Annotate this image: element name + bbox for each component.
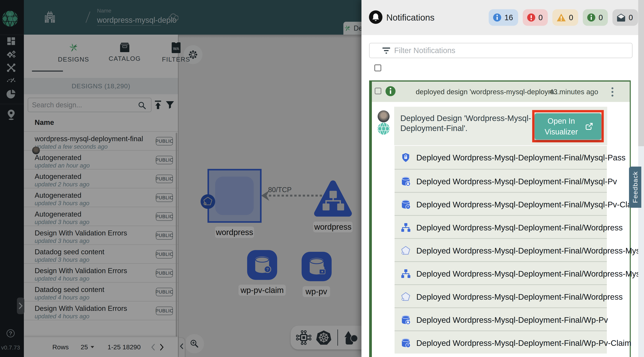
secret-icon (401, 153, 410, 162)
notification-filter (369, 43, 632, 58)
notification-item-text: Deployed Wordpress-Mysql-Deployment-Fina… (416, 246, 644, 255)
persistent-volume-icon (401, 177, 410, 186)
feedback-label: Feedback (632, 171, 639, 203)
badge-info[interactable]: 16 (489, 9, 518, 26)
badge-warning-count: 0 (569, 13, 573, 22)
notification-card: deployed design 'wordpress-mysql-deploym… (369, 80, 631, 357)
meshery-avatar (378, 123, 390, 135)
notification-badges: 16 0 0 0 0 (489, 9, 638, 26)
notification-card-header[interactable]: deployed design 'wordpress-mysql-deploym… (372, 81, 630, 102)
info-icon (493, 13, 502, 22)
notification-item-text: Deployed Wordpress-Mysql-Deployment-Fina… (416, 223, 623, 232)
badge-warning[interactable]: 0 (552, 9, 578, 26)
notification-item[interactable]: Deployed Wordpress-Mysql-Deployment-Fina… (394, 192, 607, 215)
external-link-icon (585, 122, 593, 130)
bell-icon (369, 10, 382, 24)
notification-summary: deployed design 'wordpress-mysql-deploym… (416, 88, 560, 96)
notification-item-text: Deployed Wordpress-Mysql-Deployment-Fina… (416, 339, 631, 348)
badge-info-count: 16 (504, 13, 513, 22)
deployment-icon (401, 292, 410, 302)
error-icon (527, 13, 536, 22)
open-in-visualizer-button[interactable]: Open In Visualizer (535, 113, 601, 139)
envelope-open-icon (617, 13, 626, 22)
notification-item-text: Deployed Wordpress-Mysql-Deployment-Fina… (416, 200, 640, 209)
badge-error[interactable]: 0 (523, 9, 548, 26)
persistent-volume-claim-icon (401, 200, 410, 209)
notification-item[interactable]: Deployed Wordpress-Mysql-Deployment-Fina… (394, 307, 607, 331)
badge-success-count: 0 (598, 13, 603, 22)
badge-read[interactable]: 0 (612, 9, 638, 26)
persistent-volume-claim-icon (401, 338, 410, 348)
open-in-visualizer-label: Open In Visualizer (543, 116, 580, 137)
kebab-menu-icon[interactable] (611, 87, 614, 97)
notification-item[interactable]: Deployed Wordpress-Mysql-Deployment-Fina… (394, 238, 607, 261)
notification-item-text: Deployed Wordpress-Mysql-Deployment-Fina… (416, 316, 608, 325)
persistent-volume-icon (401, 315, 410, 325)
notification-item[interactable]: Deployed Wordpress-Mysql-Deployment-Fina… (394, 284, 607, 307)
select-all-checkbox[interactable] (374, 64, 381, 71)
notification-item[interactable]: Deployed Wordpress-Mysql-Deployment-Fina… (394, 215, 607, 238)
success-icon (587, 13, 596, 22)
service-icon (401, 223, 410, 232)
notification-item-text: Deployed Wordpress-Mysql-Deployment-Fina… (416, 153, 626, 162)
notification-item[interactable]: Deployed Wordpress-Mysql-Deployment-Fina… (394, 331, 607, 354)
modal-dim-overlay[interactable] (0, 0, 362, 357)
badge-read-count: 0 (628, 13, 633, 22)
filter-list-icon (382, 47, 390, 54)
notification-items: Deployed Wordpress-Mysql-Deployment-Fina… (394, 146, 607, 354)
notification-item[interactable]: Deployed Wordpress-Mysql-Deployment-Fina… (394, 146, 607, 169)
notifications-title: Notifications (386, 12, 434, 23)
warning-icon (556, 13, 566, 22)
notification-item-text: Deployed Wordpress-Mysql-Deployment-Fina… (416, 177, 617, 186)
notification-item[interactable]: Deployed Wordpress-Mysql-Deployment-Fina… (394, 261, 607, 284)
service-icon (401, 269, 410, 279)
notification-item[interactable]: Deployed Wordpress-Mysql-Deployment-Fina… (394, 169, 607, 192)
notification-filter-input[interactable] (394, 43, 625, 58)
feedback-tab[interactable]: Feedback (629, 167, 641, 208)
notification-info-icon (385, 86, 396, 96)
deployment-icon (401, 246, 410, 255)
page-scrollbar-thumb[interactable] (638, 0, 644, 146)
badge-success[interactable]: 0 (583, 9, 608, 26)
notification-checkbox[interactable] (375, 88, 381, 94)
badge-error-count: 0 (538, 13, 543, 22)
notification-center-drawer: Notifications 16 0 0 0 (362, 0, 638, 357)
notification-item-text: Deployed Wordpress-Mysql-Deployment-Fina… (416, 292, 623, 302)
notification-item-text: Deployed Wordpress-Mysql-Deployment-Fina… (416, 269, 644, 279)
user-avatar[interactable] (378, 110, 390, 122)
notification-time: 43 minutes ago (550, 88, 598, 96)
